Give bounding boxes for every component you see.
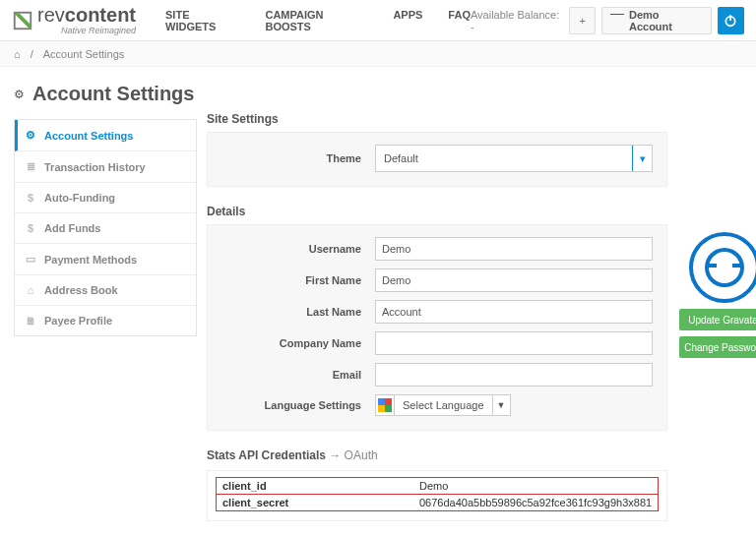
sidebar-item-payment-methods[interactable]: ▭Payment Methods: [15, 244, 196, 275]
language-select[interactable]: Select Language ▼: [375, 394, 511, 416]
client-id-label: client_id: [217, 478, 413, 494]
chevron-down-icon: ▾: [632, 146, 652, 171]
side-menu: ⚙Account Settings ≣Transaction History $…: [14, 119, 197, 336]
card-icon: ▭: [25, 253, 36, 266]
update-gravatar-button[interactable]: Update Gravatar: [679, 309, 756, 330]
theme-select[interactable]: Default ▾: [375, 145, 653, 172]
change-password-button[interactable]: Change Password: [679, 336, 756, 358]
theme-label: Theme: [221, 152, 375, 164]
username-label: Username: [221, 243, 375, 255]
sidebar-item-payee-profile[interactable]: 🗎Payee Profile: [15, 306, 196, 335]
logo-content-text: content: [65, 4, 136, 26]
client-secret-value: 0676da40a5bb59896c5a92fce361fc93g9h3x881: [413, 495, 658, 510]
topbar: revcontent Native Reimagined SITE WIDGET…: [0, 0, 756, 41]
email-input[interactable]: [375, 363, 653, 387]
account-menu-button[interactable]: Demo Account: [601, 7, 711, 34]
sidebar-item-transaction-history[interactable]: ≣Transaction History: [15, 151, 196, 183]
list-icon: ≣: [25, 160, 36, 173]
api-client-secret-row: client_secret 0676da40a5bb59896c5a92fce3…: [216, 494, 659, 511]
breadcrumb: ⌂ / Account Settings: [0, 41, 756, 67]
breadcrumb-current: Account Settings: [43, 48, 125, 60]
page-title: Account Settings: [32, 83, 194, 105]
google-translate-icon: [376, 395, 394, 415]
breadcrumb-sep: /: [31, 48, 33, 60]
company-input[interactable]: [375, 331, 653, 355]
avatar: [689, 232, 756, 303]
account-name: Demo Account: [629, 9, 703, 32]
add-balance-button[interactable]: +: [569, 7, 596, 34]
email-label: Email: [221, 369, 375, 381]
api-panel: client_id Demo client_secret 0676da40a5b…: [207, 470, 667, 521]
home-icon[interactable]: ⌂: [14, 48, 21, 60]
nav-site-widgets[interactable]: SITE WIDGETS: [165, 9, 239, 32]
lastname-input[interactable]: [375, 300, 653, 324]
company-label: Company Name: [221, 337, 375, 349]
dollar-icon: $: [25, 222, 36, 234]
file-icon: 🗎: [25, 315, 36, 327]
theme-value: Default: [384, 152, 418, 164]
language-value: Select Language: [394, 395, 492, 415]
logout-button[interactable]: [718, 7, 744, 34]
lastname-label: Last Name: [221, 306, 375, 318]
details-title: Details: [207, 205, 667, 218]
home-icon: ⌂: [25, 284, 36, 296]
logo[interactable]: revcontent Native Reimagined: [12, 5, 136, 35]
chevron-down-icon: ▼: [492, 395, 510, 415]
gear-icon: ⚙: [14, 88, 25, 101]
logo-subtitle: Native Reimagined: [37, 27, 136, 35]
main-nav: SITE WIDGETS CAMPAIGN BOOSTS APPS FAQ: [165, 9, 471, 32]
sidebar-item-address-book[interactable]: ⌂Address Book: [15, 275, 196, 306]
username-input[interactable]: [375, 237, 653, 261]
nav-faq[interactable]: FAQ: [448, 9, 471, 32]
nav-apps[interactable]: APPS: [393, 9, 422, 32]
site-settings-panel: Theme Default ▾: [207, 132, 667, 187]
sidebar-item-auto-funding[interactable]: $Auto-Funding: [15, 183, 196, 213]
firstname-label: First Name: [221, 274, 375, 286]
client-id-value: Demo: [413, 478, 454, 494]
api-title: Stats API Credentials → OAuth: [207, 448, 667, 462]
api-client-id-row: client_id Demo: [216, 477, 659, 495]
site-settings-title: Site Settings: [207, 112, 667, 126]
sidebar-item-add-funds[interactable]: $Add Funds: [15, 213, 196, 244]
logo-rev-text: rev: [37, 4, 65, 26]
sidebar-item-account-settings[interactable]: ⚙Account Settings: [15, 120, 196, 151]
language-label: Language Settings: [221, 399, 375, 411]
nav-campaign-boosts[interactable]: CAMPAIGN BOOSTS: [265, 9, 367, 32]
dollar-icon: $: [25, 192, 36, 204]
client-secret-label: client_secret: [217, 495, 413, 510]
firstname-input[interactable]: [375, 268, 653, 292]
details-panel: Username First Name Last Name Company Na…: [207, 224, 667, 431]
balance-label[interactable]: Available Balance: -: [471, 9, 563, 32]
gear-icon: ⚙: [25, 129, 36, 142]
